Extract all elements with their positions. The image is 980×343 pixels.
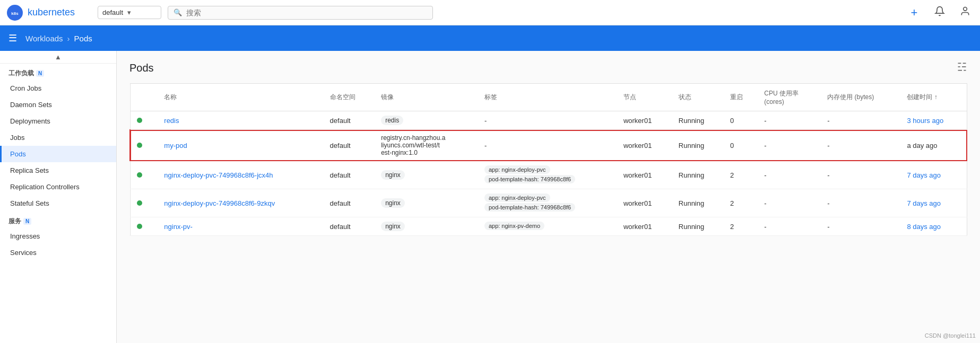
row-memory: - — [821, 161, 900, 189]
col-namespace: 命名空间 — [324, 84, 375, 111]
add-icon: + — [911, 6, 918, 20]
sidebar-item-daemon-sets[interactable]: Daemon Sets — [0, 96, 116, 113]
top-nav: k8s kubernetes default ▾ 🔍 + — [0, 0, 980, 25]
sidebar-item-jobs[interactable]: Jobs — [0, 129, 116, 146]
sidebar-item-services[interactable]: Services — [0, 244, 116, 261]
row-memory: - — [821, 111, 900, 130]
row-namespace: default — [324, 161, 375, 189]
sidebar-item-pods[interactable]: Pods — [0, 146, 116, 162]
row-status-dot — [130, 189, 158, 217]
image-tag: redis — [381, 116, 403, 125]
row-name: my-pod — [158, 130, 323, 161]
row-namespace: default — [324, 130, 375, 161]
row-labels: app: nginx-deploy-pvc pod-template-hash:… — [478, 161, 617, 189]
col-restarts: 重启 — [724, 84, 758, 111]
table-row: nginx-deploy-pvc-749968c8f6-jcx4h defaul… — [130, 161, 967, 189]
row-status-dot — [130, 217, 158, 236]
row-labels: - — [478, 130, 617, 161]
sidebar-item-ingresses[interactable]: Ingresses — [0, 228, 116, 244]
label-tag: app: nginx-deploy-pvc — [484, 165, 550, 174]
sidebar-item-cron-jobs[interactable]: Cron Jobs — [0, 80, 116, 96]
status-dot-green — [137, 224, 142, 229]
row-created: a day ago — [900, 130, 967, 161]
created-link[interactable]: 7 days ago — [907, 171, 941, 179]
row-image: registry.cn-hangzhou.aliyuncs.com/wtl-te… — [375, 130, 478, 161]
row-labels: app: nginx-pv-demo — [478, 217, 617, 236]
pod-link[interactable]: nginx-deploy-pvc-749968c8f6-jcx4h — [164, 171, 273, 179]
scroll-up-button[interactable]: ▲ — [0, 51, 116, 64]
page-header: Pods — [129, 61, 967, 75]
col-image: 镜像 — [375, 84, 478, 111]
workloads-breadcrumb[interactable]: Workloads — [25, 34, 63, 43]
created-link[interactable]: 8 days ago — [907, 223, 941, 231]
row-node: worker01 — [617, 217, 672, 236]
row-status-dot — [130, 130, 158, 161]
user-icon — [960, 6, 970, 19]
row-status: Running — [672, 111, 724, 130]
row-status: Running — [672, 161, 724, 189]
pod-link[interactable]: redis — [164, 117, 179, 125]
row-status: Running — [672, 130, 724, 161]
row-memory: - — [821, 130, 900, 161]
row-name: nginx-deploy-pvc-749968c8f6-9zkqv — [158, 189, 323, 217]
row-status: Running — [672, 217, 724, 236]
pod-link[interactable]: nginx-deploy-pvc-749968c8f6-9zkqv — [164, 199, 275, 207]
notifications-button[interactable] — [931, 4, 948, 21]
page-title: Pods — [129, 62, 154, 74]
sidebar-item-stateful-sets[interactable]: Stateful Sets — [0, 195, 116, 212]
row-restarts: 2 — [724, 217, 758, 236]
pods-breadcrumb: Pods — [74, 34, 92, 43]
search-icon: 🔍 — [174, 8, 182, 16]
row-image: nginx — [375, 217, 478, 236]
row-node: worker01 — [617, 189, 672, 217]
row-node: worker01 — [617, 111, 672, 130]
created-link[interactable]: 7 days ago — [907, 199, 941, 207]
main-layout: ▲ 工作负载 N Cron Jobs Daemon Sets Deploymen… — [0, 51, 980, 343]
row-restarts: 0 — [724, 111, 758, 130]
dropdown-arrow-icon: ▾ — [127, 8, 131, 16]
services-section-label: 服务 N — [0, 212, 116, 228]
status-dot-green — [137, 143, 142, 148]
search-input[interactable] — [186, 8, 427, 17]
top-nav-actions: + — [906, 4, 974, 21]
user-button[interactable] — [957, 4, 974, 21]
image-tag: nginx — [381, 170, 405, 180]
col-status: 状态 — [672, 84, 724, 111]
sidebar-item-replication-controllers[interactable]: Replication Controllers — [0, 179, 116, 195]
col-status-dot — [130, 84, 158, 111]
svg-text:k8s: k8s — [11, 11, 19, 15]
row-name: redis — [158, 111, 323, 130]
filter-icon[interactable] — [957, 61, 967, 75]
row-name: nginx-deploy-pvc-749968c8f6-jcx4h — [158, 161, 323, 189]
namespace-selector[interactable]: default ▾ — [98, 6, 161, 19]
pod-link[interactable]: nginx-pv- — [164, 223, 192, 231]
row-status-dot — [130, 161, 158, 189]
status-dot-green — [137, 172, 142, 178]
row-restarts: 0 — [724, 130, 758, 161]
workloads-badge: N — [36, 70, 44, 77]
pod-link[interactable]: my-pod — [164, 142, 187, 149]
sidebar-item-deployments[interactable]: Deployments — [0, 113, 116, 129]
col-labels: 标签 — [478, 84, 617, 111]
col-name: 名称 — [158, 84, 323, 111]
svg-point-2 — [964, 7, 967, 11]
row-namespace: default — [324, 189, 375, 217]
namespace-value: default — [102, 8, 123, 16]
row-restarts: 2 — [724, 161, 758, 189]
created-text: a day ago — [907, 142, 937, 149]
row-cpu: - — [758, 111, 821, 130]
col-memory: 内存使用 (bytes) — [821, 84, 900, 111]
add-button[interactable]: + — [906, 4, 923, 21]
label-tag: pod-template-hash: 749968c8f6 — [484, 203, 575, 212]
row-labels: app: nginx-deploy-pvc pod-template-hash:… — [478, 189, 617, 217]
pods-table: 名称 命名空间 镜像 标签 节点 状态 重启 CPU 使用率(cores) 内存… — [129, 83, 967, 236]
label-tag: app: nginx-pv-demo — [484, 222, 544, 230]
sidebar-item-replica-sets[interactable]: Replica Sets — [0, 162, 116, 179]
row-created: 3 hours ago — [900, 111, 967, 130]
row-cpu: - — [758, 217, 821, 236]
menu-icon[interactable]: ☰ — [8, 32, 17, 44]
col-created: 创建时间 ↑ — [900, 84, 967, 111]
logo: k8s kubernetes — [6, 4, 91, 21]
created-link[interactable]: 3 hours ago — [907, 117, 943, 125]
search-bar: 🔍 — [168, 6, 433, 20]
